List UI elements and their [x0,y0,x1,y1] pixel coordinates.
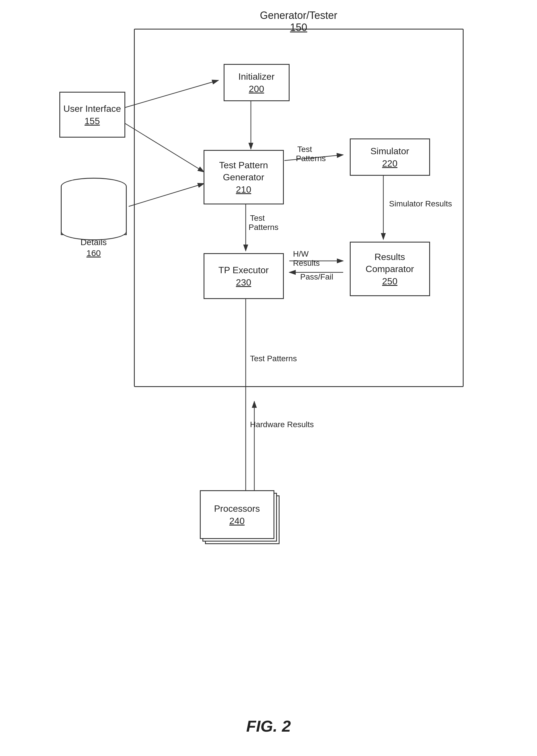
main-box-title: Generator/Tester 150 [135,10,463,33]
simulator-number: 220 [382,158,397,169]
rc-label: Results Comparator [351,251,429,275]
arch-details-container: Architectural Details 160 [57,178,131,258]
tpg-number: 210 [236,184,251,195]
tpg-box: Test Pattern Generator 210 [204,150,284,204]
tpe-box: TP Executor 230 [204,253,284,299]
processors-number: 240 [229,516,245,526]
tpe-label: TP Executor [219,264,268,276]
initializer-number: 200 [249,84,264,94]
ui-number: 155 [85,116,100,126]
diagram-container: Test Patterns Test Patterns Simulator Re… [54,12,484,699]
tpe-number: 230 [236,277,251,288]
rc-number: 250 [382,276,397,287]
processors-box: Processors 240 [200,490,274,539]
figure-caption: FIG. 2 [246,717,291,736]
ui-label: User Interface [63,103,121,115]
generator-tester-box: Generator/Tester 150 Initializer 200 Tes… [134,29,464,387]
user-interface-box: User Interface 155 [59,92,125,138]
hardware-results-label: Hardware Results [250,420,314,429]
arch-number: 160 [57,248,131,258]
main-box-title-text: Generator/Tester [260,10,337,21]
cylinder-body [61,186,127,235]
simulator-label: Simulator [370,145,409,157]
tpg-label: Test Pattern Generator [204,159,283,183]
initializer-box: Initializer 200 [224,64,290,101]
processors-label: Processors [214,503,260,515]
simulator-box: Simulator 220 [350,139,430,176]
initializer-label: Initializer [238,71,274,83]
rc-box: Results Comparator 250 [350,242,430,296]
arch-details-cylinder [61,178,127,240]
main-box-number: 150 [290,21,307,33]
